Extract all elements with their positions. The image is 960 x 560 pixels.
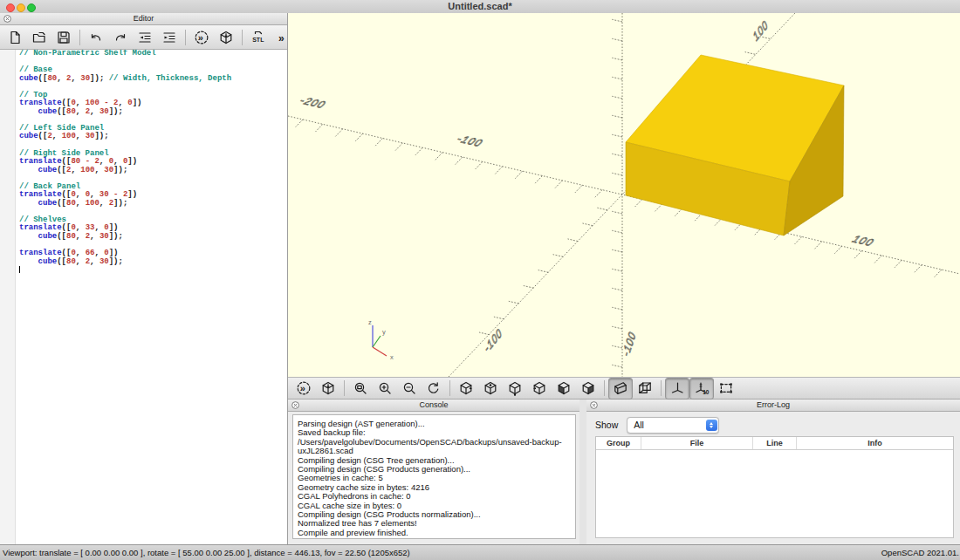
render-icon [320, 380, 336, 396]
toolbar-separator [242, 30, 243, 45]
zoom-all-icon [353, 380, 368, 396]
console-line: Saved backup file: /Users/pavelgolubev/D… [298, 428, 572, 455]
console-panel: Console Parsing design (AST generation).… [288, 400, 579, 544]
view-left-icon [531, 380, 547, 396]
view-all-button[interactable] [714, 378, 738, 400]
window-title: Untitled.scad* [0, 1, 960, 11]
unindent-button[interactable] [133, 26, 157, 48]
code-line[interactable]: 15 cube([2, 100, 30]); [0, 167, 287, 175]
show-axes-button[interactable] [665, 378, 689, 400]
text-cursor [19, 266, 20, 273]
redo-button[interactable] [108, 26, 133, 48]
code-line[interactable]: 11cube([2, 100, 30]); [0, 133, 287, 141]
reset-view-icon [426, 380, 442, 396]
render-button[interactable] [214, 26, 238, 48]
view-top-button[interactable] [478, 378, 503, 400]
perspective-button[interactable] [608, 378, 633, 400]
export-stl-icon: STL [250, 30, 266, 45]
errorlog-filter-value: All [627, 420, 706, 430]
viewport-status-text: Viewport: translate = [ 0.00 0.00 0.00 ]… [3, 548, 410, 557]
view-bottom-icon [507, 380, 523, 396]
3d-viewport[interactable]: -200 -100 100 100 -100 -100 z y x [288, 13, 960, 377]
errorlog-column-info[interactable]: Info [797, 437, 953, 449]
toolbar-separator [185, 30, 186, 45]
preview-icon: » [296, 380, 312, 396]
toolbar-separator [449, 380, 450, 396]
reset-view-button[interactable] [422, 378, 446, 400]
zoom-in-icon [377, 380, 393, 396]
editor-panel-title: Editor [0, 14, 287, 23]
open-button[interactable] [27, 26, 51, 48]
errorlog-panel-title: Error-Log [586, 400, 960, 409]
viewport-background [288, 13, 960, 377]
svg-text:STL: STL [252, 37, 264, 43]
code-line[interactable]: 4cube([80, 2, 30]); // Width, Thickness,… [0, 75, 287, 84]
code-line[interactable]: 27 [0, 266, 287, 275]
view-left-button[interactable] [527, 378, 552, 400]
svg-text:10: 10 [703, 389, 710, 395]
code-editor[interactable]: 1// Non-Parametric Shelf Model23// Base4… [0, 50, 287, 545]
errorlog-filter-select[interactable]: All [627, 417, 719, 434]
undo-button[interactable] [84, 26, 108, 48]
preview-button[interactable]: » [291, 378, 316, 400]
view-front-button[interactable] [552, 378, 576, 400]
toolbar-separator [604, 380, 605, 396]
errorlog-column-line[interactable]: Line [753, 437, 797, 449]
errorlog-column-group[interactable]: Group [596, 437, 641, 449]
redo-icon [113, 30, 128, 45]
code-line[interactable]: 23 cube([80, 2, 30]); [0, 233, 287, 242]
show-filter-label: Show [595, 420, 618, 430]
indent-icon [161, 30, 177, 45]
zoom-out-button[interactable] [397, 378, 422, 400]
show-scale-markers-icon: 10 [694, 380, 710, 396]
console-panel-title: Console [288, 400, 579, 409]
errorlog-panel: Error-Log Show All GroupFileLineInfo [586, 400, 960, 544]
view-front-icon [556, 380, 572, 396]
svg-text:»: » [300, 383, 305, 393]
view-back-icon [580, 380, 596, 396]
code-line[interactable]: 1// Non-Parametric Shelf Model [0, 50, 287, 58]
svg-text:»: » [278, 31, 285, 44]
indicator-x-label: x [390, 353, 394, 361]
perspective-icon [613, 380, 628, 396]
open-icon [31, 30, 47, 45]
render-button[interactable] [316, 378, 340, 400]
undo-icon [88, 30, 104, 45]
view-right-button[interactable] [454, 378, 478, 400]
errorlog-table: GroupFileLineInfo [595, 436, 954, 538]
view-bottom-button[interactable] [503, 378, 527, 400]
window-titlebar: Untitled.scad* [0, 0, 960, 14]
unindent-icon [137, 30, 153, 45]
indicator-z-label: z [368, 318, 372, 326]
orthogonal-button[interactable] [633, 378, 657, 400]
code-line[interactable]: 19 cube([80, 100, 2]); [0, 200, 287, 208]
new-file-icon [7, 30, 23, 45]
line-number-gutter [0, 50, 16, 545]
show-scale-markers-button[interactable]: 10 [689, 378, 714, 400]
view-all-icon [718, 380, 734, 396]
svg-text:»: » [198, 32, 203, 43]
view-right-icon [458, 380, 474, 396]
view-back-button[interactable] [576, 378, 600, 400]
render-icon [218, 30, 234, 45]
editor-panel-header: Editor [0, 13, 287, 25]
console-output[interactable]: Parsing design (AST generation)...Saved … [292, 414, 576, 539]
export-stl-button[interactable]: STL [246, 26, 271, 48]
preview-button[interactable]: » [189, 26, 214, 48]
save-icon [56, 30, 72, 45]
toolbar-separator [344, 380, 345, 396]
preview-icon: » [194, 30, 209, 45]
toolbar-separator [79, 30, 80, 45]
editor-toolbar: »STL» [0, 25, 287, 50]
bottom-panels: Console Parsing design (AST generation).… [288, 400, 960, 544]
zoom-in-button[interactable] [373, 378, 397, 400]
errorlog-column-file[interactable]: File [641, 437, 753, 449]
indent-button[interactable] [157, 26, 182, 48]
zoom-all-button[interactable] [348, 378, 373, 400]
new-file-button[interactable] [3, 26, 27, 48]
view-top-icon [483, 380, 498, 396]
app-version-text: OpenSCAD 2021.01. [881, 548, 959, 557]
code-line[interactable]: 26 cube([80, 2, 30]); [0, 258, 287, 267]
save-button[interactable] [51, 26, 76, 48]
code-line[interactable]: 8 cube([80, 2, 30]); [0, 108, 287, 117]
